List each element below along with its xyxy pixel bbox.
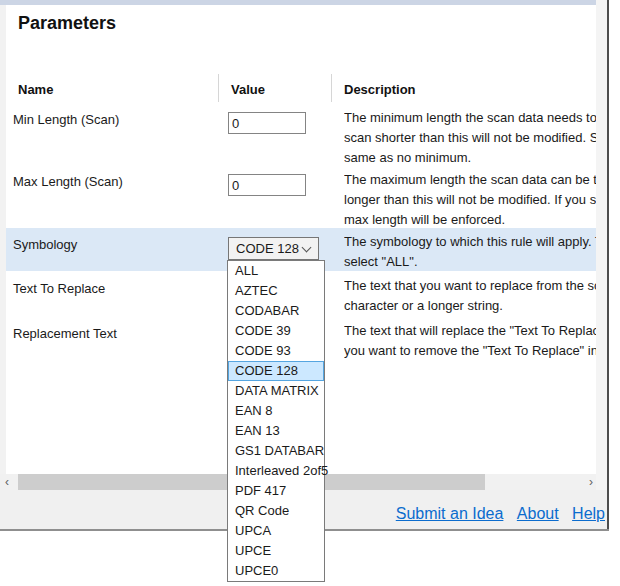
row-label-replacement-text: Replacement Text bbox=[13, 326, 117, 341]
symbology-combobox-value: CODE 128 bbox=[236, 241, 299, 256]
dropdown-option-upca[interactable]: UPCA bbox=[228, 521, 324, 541]
help-link[interactable]: Help bbox=[572, 505, 605, 522]
dropdown-option-all[interactable]: ALL bbox=[228, 261, 324, 281]
dropdown-option-data-matrix[interactable]: DATA MATRIX bbox=[228, 381, 324, 401]
dropdown-option-pdf417[interactable]: PDF 417 bbox=[228, 481, 324, 501]
max-length-input[interactable] bbox=[228, 174, 306, 196]
column-header-name: Name bbox=[18, 82, 53, 97]
row-label-max-length: Max Length (Scan) bbox=[13, 174, 123, 189]
window-right-border bbox=[607, 0, 609, 531]
row-label-text-to-replace: Text To Replace bbox=[13, 281, 105, 296]
description-symbology: The symbology to which this rule will ap… bbox=[344, 232, 596, 272]
dropdown-option-code93[interactable]: CODE 93 bbox=[228, 341, 324, 361]
row-label-min-length: Min Length (Scan) bbox=[13, 112, 119, 127]
dropdown-option-upce[interactable]: UPCE bbox=[228, 541, 324, 561]
description-replacement-text: The text that will replace the "Text To … bbox=[344, 321, 596, 361]
column-divider bbox=[218, 74, 219, 102]
column-header-description: Description bbox=[344, 82, 416, 97]
dropdown-option-upce0[interactable]: UPCE0 bbox=[228, 561, 324, 581]
dropdown-option-ean13[interactable]: EAN 13 bbox=[228, 421, 324, 441]
description-max-length: The maximum length the scan data can be … bbox=[344, 170, 596, 230]
description-min-length: The minimum length the scan data needs t… bbox=[344, 108, 596, 168]
row-label-symbology: Symbology bbox=[13, 237, 77, 252]
submit-an-idea-link[interactable]: Submit an Idea bbox=[396, 505, 504, 522]
symbology-dropdown-list: ALL AZTEC CODABAR CODE 39 CODE 93 CODE 1… bbox=[227, 260, 325, 582]
column-header-value: Value bbox=[231, 82, 265, 97]
dropdown-option-qr-code[interactable]: QR Code bbox=[228, 501, 324, 521]
page-title: Parameters bbox=[18, 13, 116, 34]
vertical-scrollbar-track[interactable] bbox=[596, 0, 607, 531]
scroll-right-arrow-icon[interactable]: › bbox=[584, 474, 598, 490]
about-link[interactable]: About bbox=[517, 505, 559, 522]
dropdown-option-aztec[interactable]: AZTEC bbox=[228, 281, 324, 301]
window-top-accent-bar bbox=[0, 0, 597, 5]
dropdown-option-code39[interactable]: CODE 39 bbox=[228, 321, 324, 341]
min-length-input[interactable] bbox=[228, 112, 306, 134]
dropdown-option-codabar[interactable]: CODABAR bbox=[228, 301, 324, 321]
description-text-to-replace: The text that you want to replace from t… bbox=[344, 276, 596, 316]
dropdown-option-interleaved2of5[interactable]: Interleaved 2of5 bbox=[228, 461, 324, 481]
dropdown-option-gs1-databar[interactable]: GS1 DATABAR bbox=[228, 441, 324, 461]
dropdown-option-code128[interactable]: CODE 128 bbox=[228, 361, 324, 381]
scroll-left-arrow-icon[interactable]: ‹ bbox=[0, 474, 14, 490]
dropdown-option-ean8[interactable]: EAN 8 bbox=[228, 401, 324, 421]
column-divider bbox=[331, 74, 332, 102]
chevron-down-icon bbox=[302, 243, 312, 253]
symbology-combobox[interactable]: CODE 128 bbox=[228, 237, 319, 260]
